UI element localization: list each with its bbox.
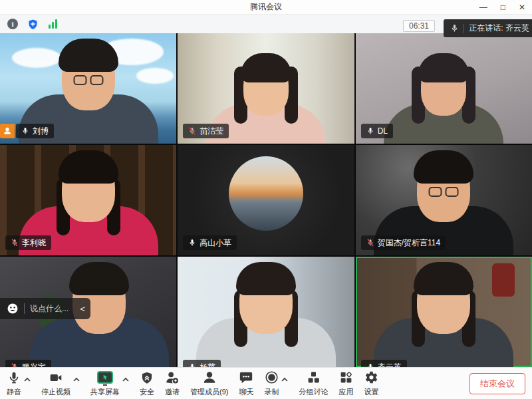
participant-name: 滕兴宇 xyxy=(22,362,46,368)
record-button[interactable]: 录制 xyxy=(264,370,279,397)
host-badge-icon xyxy=(0,124,15,138)
participant-name: 李利晓 xyxy=(22,237,46,249)
meeting-window: 腾讯会议 — □ ✕ i 06:31 正在讲话: 齐云英 xyxy=(0,0,532,399)
meeting-toolbar: 静音 停止视频 xyxy=(0,367,532,399)
maximize-button[interactable]: □ xyxy=(501,3,505,11)
active-speaker-label: 正在讲话: 齐云英 xyxy=(469,23,529,34)
breakout-rooms-button[interactable]: 分组讨论 xyxy=(299,370,328,397)
apps-grid-icon xyxy=(339,370,353,385)
invite-person-icon xyxy=(165,370,180,385)
record-options-caret[interactable] xyxy=(281,374,288,393)
video-tile-self[interactable]: 说点什么... < 滕兴宇 xyxy=(0,257,176,367)
emoji-smiley-icon[interactable] xyxy=(7,303,19,315)
avatar xyxy=(229,156,303,231)
participant-name: 刘博 xyxy=(33,126,49,137)
meeting-info-icon[interactable]: i xyxy=(7,18,19,30)
video-tile-dl[interactable]: DL xyxy=(356,33,532,144)
video-tile-liubo[interactable]: 刘博 xyxy=(0,33,176,144)
mic-on-icon xyxy=(21,127,29,135)
mute-button[interactable]: 静音 xyxy=(7,370,21,397)
quick-chat-bar[interactable]: 说点什么... < xyxy=(0,298,90,319)
breakout-blocks-icon xyxy=(307,370,321,385)
participant-nameline: 滕兴宇 xyxy=(5,360,51,367)
participant-nameline: 高山小草 xyxy=(183,235,237,250)
participant-nameline: 李利晓 xyxy=(5,235,51,250)
end-meeting-button[interactable]: 结束会议 xyxy=(469,373,525,394)
video-tile-lilixiao[interactable]: 李利晓 xyxy=(0,145,176,255)
video-tile-yangping[interactable]: 杨苹 xyxy=(178,257,354,367)
participant-nameline: 齐云英 xyxy=(361,360,407,367)
mic-muted-icon xyxy=(366,239,374,247)
participant-nameline: 刘博 xyxy=(0,124,54,138)
participant-name: 高山小草 xyxy=(200,237,231,249)
chat-bubble-icon xyxy=(239,370,253,385)
video-tile-miaojieying[interactable]: 苗洁莹 xyxy=(178,33,354,144)
active-speaker-banner: 正在讲话: 齐云英 xyxy=(444,19,532,37)
participant-figure xyxy=(193,257,339,367)
participant-nameline: 杨苹 xyxy=(183,360,221,367)
video-tile-gaoshanxiaocao[interactable]: 高山小草 xyxy=(178,145,354,255)
participant-name: 杨苹 xyxy=(200,362,215,368)
record-icon xyxy=(265,370,279,385)
apps-button[interactable]: 应用 xyxy=(338,370,353,397)
minimize-button[interactable]: — xyxy=(479,3,487,11)
mic-on-icon xyxy=(188,239,196,247)
mic-on-icon xyxy=(366,127,374,135)
chat-button[interactable]: 聊天 xyxy=(239,370,253,397)
participant-name: 贺国杰/贺析言114 xyxy=(378,237,440,249)
video-grid: 刘博 苗洁莹 xyxy=(0,33,532,367)
participant-nameline: 贺国杰/贺析言114 xyxy=(361,235,446,250)
video-options-caret[interactable] xyxy=(73,374,80,393)
security-icon xyxy=(140,370,154,385)
participant-name: 齐云英 xyxy=(378,362,402,368)
manage-members-button[interactable]: 管理成员(9) xyxy=(190,370,228,397)
chat-collapse-arrow[interactable]: < xyxy=(78,304,86,314)
camera-icon xyxy=(49,370,63,385)
invite-button[interactable]: 邀请 xyxy=(165,370,180,397)
participant-name: DL xyxy=(378,126,388,136)
gear-icon xyxy=(364,370,378,385)
quick-chat-placeholder[interactable]: 说点什么... xyxy=(30,303,73,315)
share-options-caret[interactable] xyxy=(122,374,129,393)
meeting-timer: 06:31 xyxy=(403,20,435,32)
security-shield-icon[interactable] xyxy=(27,18,39,30)
participant-name: 苗洁莹 xyxy=(200,126,223,137)
participant-nameline: DL xyxy=(361,124,393,138)
mic-muted-icon xyxy=(188,127,196,135)
close-button[interactable]: ✕ xyxy=(519,3,525,11)
participant-figure xyxy=(370,257,517,367)
title-bar: 腾讯会议 — □ ✕ xyxy=(0,0,532,15)
video-tile-qiyunying[interactable]: 齐云英 xyxy=(356,257,532,367)
mic-muted-icon xyxy=(11,239,19,247)
share-screen-button[interactable]: 共享屏幕 xyxy=(90,370,120,397)
video-tile-heguojie[interactable]: 贺国杰/贺析言114 xyxy=(356,145,532,255)
window-controls: — □ ✕ xyxy=(479,0,525,15)
speaker-mic-icon xyxy=(450,24,459,33)
mic-icon xyxy=(7,370,21,385)
mute-options-caret[interactable] xyxy=(24,374,31,393)
stop-video-button[interactable]: 停止视频 xyxy=(41,370,70,397)
members-icon xyxy=(202,370,217,385)
security-button[interactable]: 安全 xyxy=(140,370,154,397)
participant-nameline: 苗洁莹 xyxy=(183,124,229,138)
settings-button[interactable]: 设置 xyxy=(364,370,378,397)
share-screen-icon xyxy=(97,370,113,385)
window-title: 腾讯会议 xyxy=(250,1,282,13)
network-signal-icon[interactable] xyxy=(47,18,59,30)
